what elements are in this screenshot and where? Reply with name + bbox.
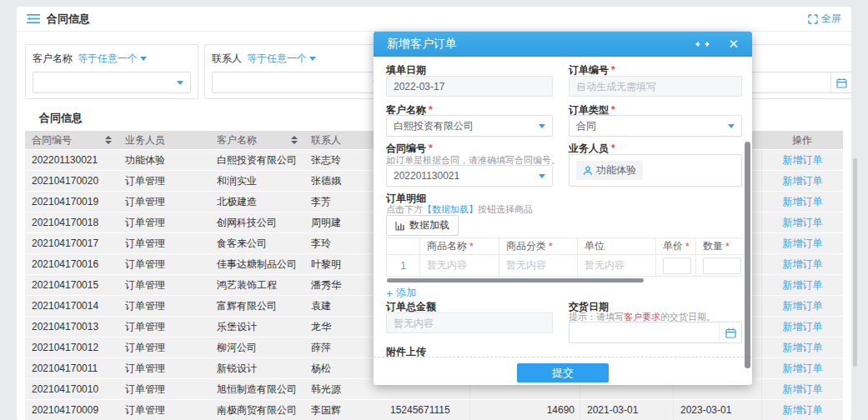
column-header-0[interactable]: 合同编号 xyxy=(25,131,118,149)
table-cell: 乐堡设计 xyxy=(210,317,304,337)
calendar-icon[interactable] xyxy=(830,72,851,92)
collapse-menu-icon[interactable] xyxy=(27,13,40,24)
quantity-input[interactable] xyxy=(703,258,741,274)
modal-close-icon[interactable]: ✕ xyxy=(728,37,739,52)
new-order-link[interactable]: 新增订单 xyxy=(783,217,823,228)
table-cell: 李国辉 xyxy=(304,400,377,420)
customer-select[interactable]: 白熙投资有限公司 xyxy=(386,115,553,137)
table-cell: 2021-03-01 xyxy=(580,400,673,420)
item-category-cell[interactable]: 暂无内容 xyxy=(499,255,578,277)
items-table-header: 商品名称*商品分类*单位单价*数量* xyxy=(387,238,743,255)
chevron-down-icon xyxy=(728,124,735,132)
new-order-link[interactable]: 新增订单 xyxy=(783,300,823,312)
items-column-header-0: 商品名称* xyxy=(420,238,499,255)
new-order-link[interactable]: 新增订单 xyxy=(783,175,823,187)
items-column-header-2: 单位 xyxy=(578,238,656,255)
table-cell: 订单管理 xyxy=(118,233,210,253)
table-cell: 202104170019 xyxy=(25,192,118,212)
new-order-link[interactable]: 新增订单 xyxy=(783,154,823,166)
page-title: 合同信息 xyxy=(47,12,90,27)
staff-field[interactable]: 功能体验 xyxy=(569,154,742,187)
data-load-button[interactable]: 数据加载 xyxy=(386,215,459,236)
filter-operator-label: 等于任意一个 xyxy=(78,52,138,66)
row-index-cell: 1 xyxy=(387,255,420,277)
customer-select-value: 白熙投资有限公司 xyxy=(394,119,474,133)
submit-button[interactable]: 提交 xyxy=(517,363,609,382)
total-amount-input[interactable] xyxy=(386,312,553,333)
table-cell: 叶黎明 xyxy=(304,254,377,274)
column-header-1: 业务人员 xyxy=(118,131,210,149)
add-item-link[interactable]: + 添加 xyxy=(386,286,416,300)
item-unit-cell[interactable]: 暂无内容 xyxy=(578,255,656,277)
action-cell: 新增订单 xyxy=(761,212,843,232)
modal-resize-icon[interactable] xyxy=(695,40,710,48)
contract-no-select-value: 202201130021 xyxy=(394,170,459,182)
table-cell: 订单管理 xyxy=(118,212,210,232)
table-cell: 龙华 xyxy=(304,317,377,337)
bar-chart-icon xyxy=(395,221,405,231)
new-order-link[interactable]: 新增订单 xyxy=(783,196,823,208)
sort-icon[interactable] xyxy=(105,132,112,148)
new-order-link[interactable]: 新增订单 xyxy=(783,404,823,416)
table-cell: 2023-03-01 xyxy=(673,400,761,420)
order-type-select[interactable]: 合同 xyxy=(569,115,742,137)
chevron-down-icon xyxy=(539,174,545,182)
table-cell: 15245671115 xyxy=(377,400,469,420)
new-order-link[interactable]: 新增订单 xyxy=(783,238,823,249)
filter-contact-select[interactable] xyxy=(212,72,387,93)
fill-date-input[interactable] xyxy=(386,76,553,97)
new-order-link[interactable]: 新增订单 xyxy=(783,321,823,332)
table-cell: 新锐设计 xyxy=(210,358,304,378)
table-cell: 202104170010 xyxy=(25,379,118,399)
table-cell: 202104170011 xyxy=(25,358,118,378)
new-order-link[interactable]: 新增订单 xyxy=(783,258,823,270)
column-label: 合同编号 xyxy=(32,133,72,148)
table-cell: 订单管理 xyxy=(118,296,210,316)
unit-price-input[interactable] xyxy=(663,258,691,274)
item-qty-cell xyxy=(696,255,743,277)
filter-operator-dropdown[interactable]: 等于任意一个 xyxy=(78,52,147,66)
column-header-2[interactable]: 客户名称 xyxy=(210,131,304,149)
table-cell: 202104170018 xyxy=(25,212,118,232)
table-cell: 202104170015 xyxy=(25,275,118,295)
table-row: 202104170009订单管理南极商贸有限公司李国辉1524567111514… xyxy=(25,400,843,420)
table-cell: 白熙投资有限公司 xyxy=(210,150,304,170)
table-cell: 富辉有限公司 xyxy=(210,296,304,316)
data-load-label: 数据加载 xyxy=(409,218,449,232)
horizontal-scrollbar[interactable] xyxy=(387,278,644,282)
modal-header[interactable]: 新增客户订单 ✕ xyxy=(374,32,752,57)
sort-icon[interactable] xyxy=(291,132,298,148)
item-name-cell[interactable]: 暂无内容 xyxy=(420,255,499,277)
table-cell: 订单管理 xyxy=(118,171,210,191)
action-cell: 新增订单 xyxy=(761,233,843,253)
filter-field-label: 客户名称 xyxy=(33,52,73,66)
chevron-down-icon xyxy=(140,57,147,64)
table-cell: 南极商贸有限公司 xyxy=(210,400,304,420)
new-order-link[interactable]: 新增订单 xyxy=(783,383,823,395)
new-order-link[interactable]: 新增订单 xyxy=(783,362,823,374)
calendar-icon[interactable] xyxy=(719,322,741,342)
order-no-input[interactable] xyxy=(569,76,742,97)
vertical-scrollbar[interactable] xyxy=(745,142,750,368)
fullscreen-button[interactable]: 全屏 xyxy=(808,12,841,26)
chevron-down-icon xyxy=(539,124,545,132)
new-order-modal: 新增客户订单 ✕ 填单日期 订单编号* 客户名称* 订单类型* 白熙投资有限公司… xyxy=(374,32,752,385)
staff-chip[interactable]: 功能体验 xyxy=(576,161,643,180)
table-cell: 订单管理 xyxy=(118,192,210,212)
items-column-label: 单位 xyxy=(585,239,605,253)
delivery-date-input[interactable] xyxy=(569,322,742,343)
table-cell: 薛萍 xyxy=(304,338,377,358)
contract-no-select[interactable]: 202201130021 xyxy=(386,165,553,187)
filter-operator-dropdown[interactable]: 等于任意一个 xyxy=(247,52,316,66)
filter-operator-label: 等于任意一个 xyxy=(247,52,307,66)
new-order-link[interactable]: 新增订单 xyxy=(783,279,823,291)
filter-customer-select[interactable] xyxy=(33,72,191,93)
table-cell: 订单管理 xyxy=(118,338,210,358)
new-order-link[interactable]: 新增订单 xyxy=(783,342,823,353)
action-cell: 新增订单 xyxy=(761,358,843,378)
action-cell: 新增订单 xyxy=(761,254,843,274)
table-cell: 创网科技公司 xyxy=(210,212,304,232)
vertical-scrollbar-right[interactable] xyxy=(853,158,857,367)
table-cell: 张德娥 xyxy=(304,171,377,191)
table-cell: 北极建造 xyxy=(210,192,304,212)
